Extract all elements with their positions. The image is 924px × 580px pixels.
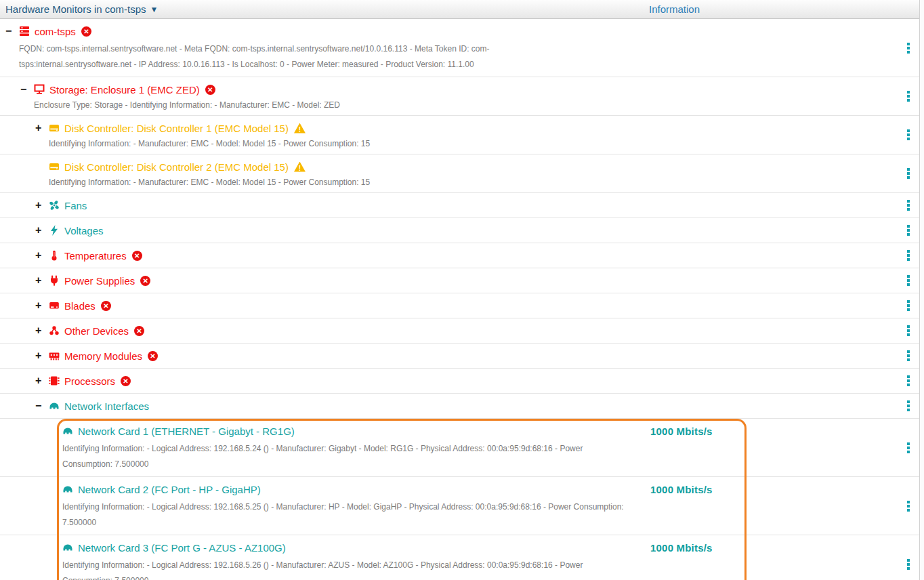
row-label[interactable]: Memory Modules — [64, 350, 142, 362]
monitor-icon — [34, 84, 45, 95]
row-label[interactable]: Storage: Enclosure 1 (EMC ZED) — [49, 84, 200, 96]
disk-icon — [49, 161, 60, 172]
thermometer-icon — [49, 250, 60, 261]
expand-toggle[interactable]: + — [35, 201, 49, 210]
expand-toggle[interactable]: + — [35, 326, 49, 335]
page-title[interactable]: Hardware Monitors in com-tsps — [0, 3, 146, 15]
row-label[interactable]: com-tsps — [35, 26, 76, 37]
error-badge-icon: ✕ — [134, 326, 144, 336]
kebab-menu-icon[interactable] — [905, 323, 912, 338]
kebab-menu-icon[interactable] — [905, 127, 912, 142]
row-subtitle: Identifying Information: - Logical Addre… — [62, 499, 635, 531]
fan-icon — [49, 200, 60, 211]
blade-icon — [49, 300, 60, 311]
chevron-down-icon[interactable]: ▼ — [150, 5, 159, 14]
network-icon — [62, 484, 73, 495]
network-icon — [49, 400, 60, 411]
row-label[interactable]: Fans — [64, 200, 87, 211]
expand-toggle[interactable]: − — [35, 401, 49, 411]
error-badge-icon: ✕ — [121, 376, 131, 386]
row-subtitle: Identifying Information: - Manufacturer:… — [49, 177, 658, 188]
error-badge-icon: ✕ — [148, 351, 158, 361]
kebab-menu-icon[interactable] — [905, 198, 912, 213]
network-icon — [62, 542, 73, 553]
warning-badge-icon: ! — [294, 162, 306, 172]
tree-row: + Blades ✕ — [0, 293, 919, 318]
memory-icon — [49, 350, 60, 361]
kebab-menu-icon[interactable] — [905, 298, 912, 313]
row-label[interactable]: Network Interfaces — [64, 400, 149, 412]
tree-row: Network Card 2 (FC Port - HP - GigaHP) I… — [0, 477, 919, 535]
warning-badge-icon: ! — [294, 123, 306, 133]
tree-row: + Other Devices ✕ — [0, 318, 919, 344]
row-label[interactable]: Power Supplies — [64, 275, 135, 287]
information-column-header: Information — [649, 3, 700, 15]
tree-row: + Memory Modules ✕ — [0, 344, 919, 369]
plug-icon — [49, 275, 60, 286]
kebab-menu-icon[interactable] — [905, 373, 912, 388]
tree-row: Network Card 1 (ETHERNET - Gigabyt - RG1… — [0, 419, 919, 477]
row-label[interactable]: Disk Controller: Disk Controller 2 (EMC … — [64, 161, 289, 173]
kebab-menu-icon[interactable] — [905, 348, 912, 363]
kebab-menu-icon[interactable] — [905, 398, 912, 413]
kebab-menu-icon[interactable] — [905, 248, 912, 263]
tree-row: Disk Controller: Disk Controller 2 (EMC … — [0, 154, 919, 193]
row-subtitle: FQDN: com-tsps.internal.sentrysoftware.n… — [19, 41, 546, 72]
expand-toggle[interactable]: + — [35, 351, 49, 360]
kebab-menu-icon[interactable] — [905, 166, 912, 181]
expand-toggle[interactable]: + — [35, 376, 49, 386]
row-label[interactable]: Other Devices — [64, 325, 129, 337]
kebab-menu-icon[interactable] — [905, 499, 912, 514]
tree-row: + Disk Controller: Disk Controller 1 (EM… — [0, 116, 919, 154]
error-badge-icon: ✕ — [132, 251, 142, 261]
kebab-menu-icon[interactable] — [905, 223, 912, 238]
expand-toggle[interactable]: + — [35, 226, 49, 235]
tree-row: Network Card 3 (FC Port G - AZUS - AZ100… — [0, 535, 919, 580]
tree-row: + Power Supplies ✕ — [0, 268, 919, 293]
row-label[interactable]: Voltages — [64, 225, 104, 236]
tree-row: + Voltages — [0, 218, 919, 243]
row-label[interactable]: Network Card 2 (FC Port - HP - GigaHP) — [78, 484, 261, 495]
expand-toggle[interactable]: + — [35, 123, 49, 133]
row-label[interactable]: Processors — [64, 375, 115, 387]
expand-toggle[interactable]: − — [5, 26, 19, 36]
tree-row: + Processors ✕ — [0, 369, 919, 394]
error-badge-icon: ✕ — [140, 276, 150, 286]
panel-header: Hardware Monitors in com-tsps ▼ Informat… — [0, 0, 919, 19]
disk-icon — [49, 123, 60, 133]
tree-row: + Temperatures ✕ — [0, 243, 919, 268]
row-label[interactable]: Blades — [64, 300, 96, 312]
error-badge-icon: ✕ — [205, 85, 215, 95]
row-value: 1000 Mbits/s — [650, 426, 713, 437]
tree-row: − Network Interfaces — [0, 394, 919, 419]
row-label[interactable]: Temperatures — [64, 250, 127, 262]
expand-toggle[interactable]: − — [20, 85, 34, 94]
error-badge-icon: ✕ — [81, 26, 91, 37]
row-subtitle: Enclosure Type: Storage - Identifying In… — [34, 100, 644, 111]
row-subtitle: Identifying Information: - Manufacturer:… — [49, 138, 658, 150]
expand-toggle[interactable]: + — [35, 276, 49, 285]
kebab-menu-icon[interactable] — [905, 557, 912, 572]
bolt-icon — [49, 225, 60, 236]
row-subtitle: Identifying Information: - Logical Addre… — [62, 558, 635, 580]
row-subtitle: Identifying Information: - Logical Addre… — [62, 441, 635, 472]
kebab-menu-icon[interactable] — [905, 89, 912, 104]
kebab-menu-icon[interactable] — [905, 273, 912, 288]
processor-icon — [49, 375, 60, 386]
expand-toggle[interactable]: + — [35, 251, 49, 260]
kebab-menu-icon[interactable] — [905, 41, 912, 56]
row-label[interactable]: Network Card 3 (FC Port G - AZUS - AZ100… — [78, 542, 286, 554]
kebab-menu-icon[interactable] — [905, 440, 912, 455]
expand-toggle[interactable]: + — [35, 301, 49, 310]
row-label[interactable]: Network Card 1 (ETHERNET - Gigabyt - RG1… — [78, 426, 295, 437]
hardware-tree: − com-tsps ✕ FQDN: com-tsps.internal.sen… — [0, 19, 919, 419]
network-icon — [62, 426, 73, 436]
devices-icon — [49, 325, 60, 336]
server-icon — [19, 26, 30, 37]
row-label[interactable]: Disk Controller: Disk Controller 1 (EMC … — [64, 123, 289, 134]
scrollbar-track[interactable] — [919, 0, 924, 580]
network-cards-group: Network Card 1 (ETHERNET - Gigabyt - RG1… — [0, 419, 924, 580]
tree-row: − Storage: Enclosure 1 (EMC ZED) ✕ Enclo… — [0, 77, 919, 116]
error-badge-icon: ✕ — [101, 301, 111, 311]
tree-row: + Fans — [0, 193, 919, 218]
